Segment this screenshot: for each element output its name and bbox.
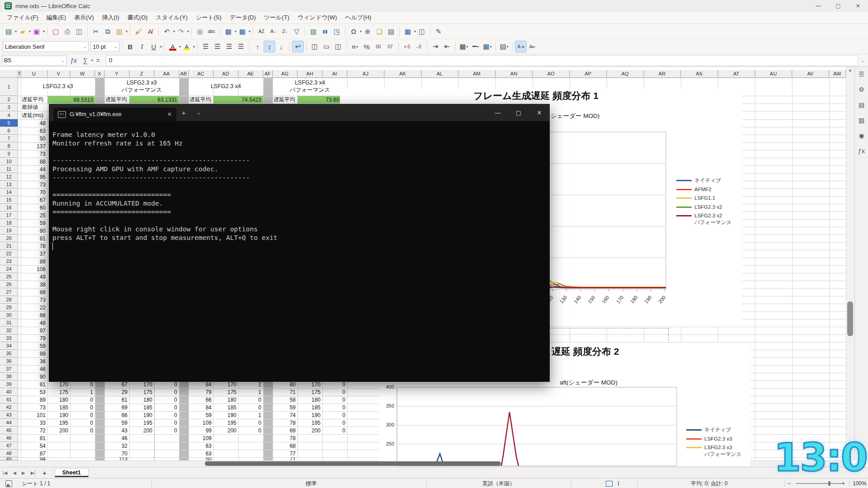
sum-icon[interactable]: ∑ [80,57,91,64]
cell-value[interactable]: 22 [21,304,47,311]
cell-value[interactable]: 175 [47,388,70,396]
cell-value[interactable]: 0 [322,411,347,419]
rtl-button[interactable]: A⇤ [527,41,538,52]
cell-value[interactable]: 195 [297,419,322,427]
font-color-dropdown[interactable]: ▾ [179,45,181,49]
row-header-48[interactable]: 48 [0,450,18,457]
cell-value[interactable]: 180 [47,396,70,404]
cell-value[interactable]: 0 [238,427,263,434]
clear-formatting-icon[interactable]: A̸ [145,26,156,37]
column-header-AT[interactable]: AT [718,70,755,78]
scroll-up-arrow[interactable]: ▲ [846,67,854,73]
column-header-AB[interactable]: AB [179,70,189,78]
row-header-11[interactable]: 11 [0,165,18,173]
cell-value[interactable]: 0 [70,419,95,427]
export-pdf-icon[interactable]: ▢ [50,26,61,37]
cell-value[interactable]: 70 [21,188,47,196]
cell-value[interactable]: 33 [21,419,47,427]
menu-編集(E)[interactable]: 編集(E) [42,12,70,23]
dropdown-arrow[interactable]: ▾ [43,29,45,33]
vertical-scrollbar[interactable] [846,67,854,460]
row-header-42[interactable]: 42 [0,404,18,411]
equals-icon[interactable]: = [93,57,103,64]
merged-header[interactable]: LSFG2.3 x4 [189,78,263,96]
insert-image-icon[interactable]: ▨ [308,26,319,37]
cell-value[interactable]: 68 [273,442,297,450]
menu-スタイル(Y)[interactable]: スタイル(Y) [152,12,192,23]
menu-データ(D)[interactable]: データ(D) [226,12,260,23]
row-header-8[interactable]: 8 [0,142,18,150]
cell-value[interactable]: 0 [322,419,347,427]
row-header-7[interactable]: 7 [0,135,18,142]
cell-value[interactable]: 77 [273,450,297,457]
cell-value[interactable]: 59 [21,219,47,227]
terminal-tab-close-icon[interactable]: ✕ [163,111,176,117]
row-header-10[interactable]: 10 [0,158,18,165]
cell-value[interactable]: 79 [21,334,47,342]
cell-value[interactable]: 137 [21,142,47,150]
cell-value[interactable]: 54 [21,442,47,450]
cell-value[interactable]: 50 [21,135,47,142]
cell-value[interactable]: 67 [21,196,47,204]
cell-value[interactable]: 180 [297,396,322,404]
new-document-icon[interactable]: ▤ [3,26,14,37]
dropdown-arrow[interactable]: ▾ [173,29,175,33]
row-header-21[interactable]: 21 [0,242,18,250]
paste-icon[interactable]: ▥ [114,26,125,37]
autofilter-icon[interactable]: ▽ [291,26,302,37]
underline-button[interactable]: U [148,41,159,52]
column-header-AR[interactable]: AR [644,70,681,78]
cell-value[interactable]: 1 [238,411,263,419]
insert-row-icon[interactable]: ▦ [223,26,234,37]
cell-value[interactable]: 60 [21,204,47,211]
menu-書式(O)[interactable]: 書式(O) [123,12,152,23]
cell-value[interactable]: 73 [21,404,47,411]
page-style-label[interactable]: 標準 [306,479,316,488]
column-header-AA[interactable]: AA [154,70,179,78]
cell-value[interactable]: 59 [21,342,47,350]
cell-value[interactable]: 63 [189,442,213,450]
cell-value[interactable]: 69 [104,404,129,411]
cell-value[interactable]: 78 [21,242,47,250]
cell-value[interactable]: 180 [213,396,238,404]
cell-label[interactable]: 遅延平均 [104,96,129,103]
merge-center-button[interactable]: ◫ [309,41,320,52]
cell-value[interactable]: 0 [322,427,347,434]
cell-value[interactable]: 69 [273,427,297,434]
terminal-new-tab-button[interactable]: + [176,109,191,117]
align-right-button[interactable]: ☰ [224,41,235,52]
functions-icon[interactable]: ƒx [858,147,865,155]
menu-ヘルプ(H)[interactable]: ヘルプ(H) [341,12,375,23]
cell-value[interactable]: 0 [238,396,263,404]
cell-value[interactable]: 0 [154,419,179,427]
cell-value[interactable]: 0 [154,411,179,419]
cell-value[interactable]: 73 [21,296,47,304]
font-size-select[interactable]: 10 pt⌄ [90,41,119,52]
open-icon[interactable]: ▰ [17,26,28,37]
sheet-tab-sheet1[interactable]: Sheet1 [55,468,89,477]
cell-value[interactable]: 101 [21,411,47,419]
menu-表示(V)[interactable]: 表示(V) [70,12,98,23]
row-header-49[interactable]: 49 [0,457,18,460]
sort-descending-icon[interactable]: Z↓ [279,26,290,37]
cell-value[interactable]: 1 [238,388,263,396]
cell-value[interactable]: 63 [21,127,47,135]
headers-footers-icon[interactable]: ▤ [386,26,396,37]
print-icon[interactable]: ⎙ [62,26,73,37]
cell-value[interactable]: 0 [322,388,347,396]
terminal-tab-dropdown[interactable]: ⌄ [191,110,206,116]
selection-stats-label[interactable]: 平均: 0; 合計: 0 [691,479,727,488]
dropdown-arrow[interactable]: ▾ [235,29,236,33]
column-header-AN[interactable]: AN [495,70,533,78]
first-sheet-button[interactable]: |◀ [0,470,10,475]
horizontal-scrollbar-thumb[interactable] [205,461,501,466]
column-header-AC[interactable]: AC [189,70,213,78]
cell-value[interactable]: 81 [21,434,47,442]
cell-value[interactable]: 200 [129,427,154,434]
insert-column-icon[interactable]: ▦ [237,26,248,37]
column-header-AJ[interactable]: AJ [347,70,384,78]
dropdown-arrow[interactable]: ▾ [360,29,362,33]
row-header-13[interactable]: 13 [0,181,18,188]
cell-value[interactable]: 78 [273,419,297,427]
increase-indent-button[interactable]: ⇥ [430,41,441,52]
